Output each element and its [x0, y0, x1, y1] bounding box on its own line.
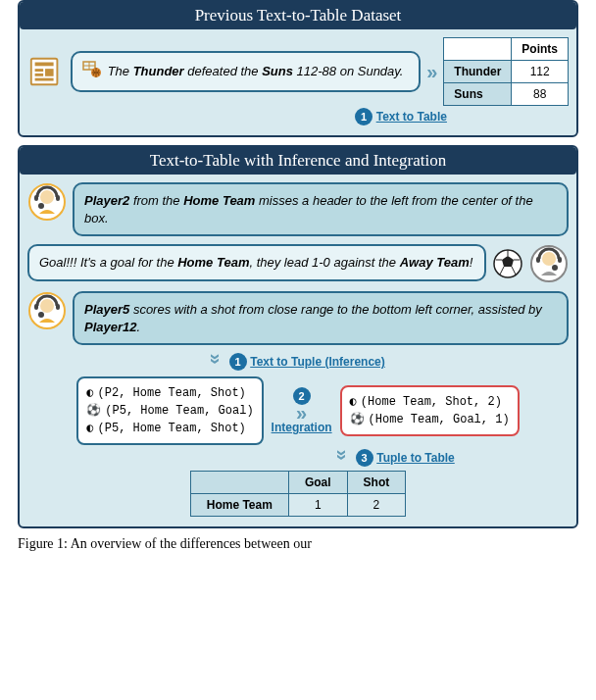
tuples-left: ◐(P2, Home Team, Shot) ⚽(P5, Home Team, … — [76, 376, 263, 445]
shot-icon: ◐ — [86, 384, 93, 402]
chevron-right-icon: » — [426, 66, 437, 77]
text-to-table-label: Text to Table — [376, 110, 447, 124]
figure-caption: Figure 1: An overview of the differences… — [18, 536, 578, 552]
commentator-icon-right — [529, 244, 569, 283]
step-badge-1b: 1 — [229, 353, 247, 371]
svg-rect-4 — [35, 78, 54, 81]
tuple-to-table-label: Tuple to Table — [376, 451, 455, 465]
tuples-row: ◐(P2, Home Team, Shot) ⚽(P5, Home Team, … — [27, 376, 569, 445]
svg-point-28 — [40, 299, 54, 313]
step2-col: 2 » Integration — [272, 387, 332, 434]
svg-point-31 — [38, 312, 44, 318]
step3-row: » 3 Tuple to Table — [27, 449, 569, 467]
step-badge-3: 3 — [356, 449, 373, 467]
bubble-2: Goal!!! It's a goal for the Home Team, t… — [27, 244, 486, 281]
svg-rect-25 — [558, 257, 562, 263]
basketball-icon — [82, 61, 102, 83]
top-row: The Thunder defeated the Suns 112-88 on … — [27, 37, 569, 106]
final-table: GoalShot Home Team12 — [190, 471, 406, 517]
commentary-1: Player2 from the Home Team misses a head… — [27, 182, 569, 236]
svg-rect-5 — [45, 69, 54, 76]
text-to-tuple-label: Text to Tuple (Inference) — [250, 355, 385, 369]
svg-rect-12 — [34, 195, 38, 201]
chevron-down-icon: » — [337, 450, 349, 461]
svg-point-11 — [40, 190, 54, 204]
svg-point-14 — [38, 203, 44, 209]
svg-rect-30 — [56, 304, 60, 310]
svg-rect-24 — [536, 257, 540, 263]
commentator-icon — [27, 291, 67, 330]
top-header: Previous Text-to-Table Dataset — [20, 2, 576, 29]
shot-icon: ◐ — [350, 393, 357, 411]
commentary-2: Goal!!! It's a goal for the Home Team, t… — [27, 244, 569, 283]
tuples-right: ◐(Home Team, Shot, 2) ⚽(Home Team, Goal,… — [340, 385, 520, 436]
svg-rect-13 — [56, 195, 60, 201]
chevron-down-icon: » — [211, 354, 223, 365]
top-step: 1 Text to Table — [27, 108, 569, 125]
shot-icon: ◐ — [86, 420, 93, 437]
news-icon — [27, 53, 65, 90]
bottom-header: Text-to-Table with Inference and Integra… — [20, 147, 576, 175]
goal-icon: ⚽ — [350, 411, 365, 428]
integration-label: Integration — [272, 421, 332, 434]
commentary-3: Player5 scores with a shot from close ra… — [27, 291, 569, 345]
bottom-panel: Text-to-Table with Inference and Integra… — [18, 145, 578, 528]
goal-icon: ⚽ — [86, 402, 101, 420]
top-bubble: The Thunder defeated the Suns 112-88 on … — [71, 51, 421, 93]
bubble-1: Player2 from the Home Team misses a head… — [73, 182, 569, 236]
step-badge-1: 1 — [355, 108, 372, 125]
points-table: Points Thunder112 Suns88 — [443, 37, 569, 106]
svg-point-26 — [552, 265, 558, 271]
svg-rect-2 — [35, 69, 44, 72]
svg-point-23 — [542, 252, 556, 266]
svg-rect-3 — [35, 74, 44, 76]
bubble-3: Player5 scores with a shot from close ra… — [73, 291, 569, 345]
commentator-icon — [27, 182, 67, 222]
soccer-ball-icon — [492, 248, 523, 279]
chevron-right-icon: » — [272, 407, 332, 419]
svg-rect-29 — [34, 304, 38, 310]
svg-rect-1 — [35, 63, 54, 67]
top-panel: Previous Text-to-Table Dataset The Thund… — [18, 0, 578, 137]
step1-row: » 1 Text to Tuple (Inference) — [27, 353, 569, 371]
